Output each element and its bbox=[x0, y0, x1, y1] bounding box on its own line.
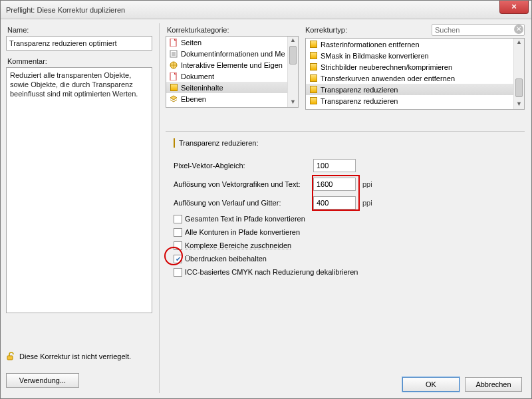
document-icon bbox=[169, 49, 178, 59]
close-button[interactable]: × bbox=[499, 1, 529, 14]
checkbox-label: Gesamten Text in Pfade konvertieren bbox=[185, 215, 305, 223]
list-item-label: Ebenen bbox=[181, 95, 298, 103]
comment-label: Kommentar: bbox=[7, 57, 152, 65]
scrollbar[interactable]: ▲▼ bbox=[513, 39, 524, 109]
list-item[interactable]: Transparenz reduzieren bbox=[306, 84, 524, 95]
titlebar: Preflight: Diese Korrektur duplizieren × bbox=[1, 1, 531, 19]
type-column: Korrekturtyp: ✕ Rasterinformationen entf… bbox=[305, 23, 525, 110]
checkbox-label: Komplexe Bereiche zuschneiden bbox=[185, 241, 291, 249]
cancel-button[interactable]: Abbrechen bbox=[465, 377, 522, 392]
list-item[interactable]: Seiteninhalte bbox=[166, 82, 298, 93]
list-item[interactable]: Strichbilder neuberechnen/komprimieren bbox=[306, 61, 524, 72]
icc-cmyk-checkbox[interactable] bbox=[174, 268, 182, 277]
dialog-body: Name: Kommentar: Reduziert alle transpar… bbox=[1, 19, 531, 398]
fixup-icon bbox=[309, 63, 318, 72]
checkbox-row: Komplexe Bereiche zuschneiden bbox=[174, 239, 521, 252]
list-item[interactable]: Dokument bbox=[166, 70, 298, 82]
fixup-icon bbox=[309, 96, 318, 106]
name-label: Name: bbox=[7, 26, 152, 34]
search-input[interactable] bbox=[432, 24, 525, 36]
unit-label: ppi bbox=[362, 199, 372, 207]
checkbox-label: ICC-basiertes CMYK nach Reduzierung deka… bbox=[185, 268, 358, 276]
list-item-label: Strichbilder neuberechnen/komprimieren bbox=[321, 63, 524, 71]
vertical-separator bbox=[159, 23, 160, 393]
scrollbar[interactable]: ▲▼ bbox=[287, 37, 298, 107]
gradient-res-input[interactable] bbox=[313, 196, 356, 209]
pdf-icon bbox=[169, 38, 178, 47]
layers-icon bbox=[169, 94, 178, 104]
pdf-icon bbox=[169, 72, 178, 81]
list-item-label: Transparenz reduzieren bbox=[321, 86, 524, 94]
list-item-label: Seiteninhalte bbox=[181, 84, 298, 92]
panel-header: Transparenz reduzieren: bbox=[174, 139, 521, 147]
pixel-vector-row: Pixel-Vektor-Abgleich: bbox=[174, 156, 521, 175]
dialog-window: Preflight: Diese Korrektur duplizieren ×… bbox=[0, 0, 532, 399]
panel-title: Transparenz reduzieren: bbox=[179, 139, 258, 147]
scroll-down-icon[interactable]: ▼ bbox=[288, 98, 298, 107]
checkbox-row: Alle Konturen in Pfade konvertieren bbox=[174, 225, 521, 239]
fixup-icon bbox=[309, 74, 318, 83]
checkbox-label: Überdrucken beibehalten bbox=[185, 255, 267, 263]
vector-res-label: Auflösung von Vektorgrafiken und Text: bbox=[174, 180, 313, 188]
list-item-label: Dokumentinformationen und Me bbox=[181, 50, 298, 58]
list-item-label: Transferkurven anwenden oder entfernen bbox=[321, 74, 524, 82]
scroll-thumb[interactable] bbox=[515, 78, 523, 97]
checkbox-row: ICC-basiertes CMYK nach Reduzierung deka… bbox=[174, 265, 521, 279]
settings-panel: Transparenz reduzieren: Pixel-Vektor-Abg… bbox=[174, 139, 521, 279]
scroll-up-icon[interactable]: ▲ bbox=[288, 37, 298, 45]
horizontal-separator bbox=[166, 131, 525, 132]
name-input[interactable] bbox=[6, 36, 152, 51]
scroll-down-icon[interactable]: ▼ bbox=[514, 100, 524, 109]
list-item-label: Dokument bbox=[181, 72, 298, 80]
category-label: Korrekturkategorie: bbox=[167, 26, 299, 34]
fixup-icon bbox=[309, 51, 318, 61]
fixup-icon bbox=[174, 139, 175, 147]
svg-rect-0 bbox=[7, 356, 13, 360]
scroll-up-icon[interactable]: ▲ bbox=[514, 39, 524, 47]
checkbox-row: Gesamten Text in Pfade konvertieren bbox=[174, 212, 521, 225]
list-item[interactable]: Transparenz reduzieren bbox=[306, 95, 524, 106]
fixup-icon bbox=[309, 40, 318, 49]
clear-search-icon[interactable]: ✕ bbox=[514, 25, 523, 34]
type-label: Korrekturtyp: bbox=[305, 26, 347, 34]
comment-textarea[interactable]: Reduziert alle transparenten Objekte, so… bbox=[6, 67, 152, 313]
fixup-icon bbox=[169, 83, 178, 92]
left-column: Name: Kommentar: Reduziert alle transpar… bbox=[6, 23, 152, 393]
vector-res-input[interactable] bbox=[313, 178, 356, 191]
list-item[interactable]: Transferkurven anwenden oder entfernen bbox=[306, 72, 524, 84]
text-to-paths-checkbox[interactable] bbox=[174, 215, 182, 223]
vector-res-row: Auflösung von Vektorgrafiken und Text: p… bbox=[174, 175, 521, 194]
checkbox-row: ✔ Überdrucken beibehalten bbox=[174, 252, 521, 265]
list-item[interactable]: Interaktive Elemente und Eigen bbox=[166, 59, 298, 70]
list-item-label: Rasterinformationen entfernen bbox=[321, 41, 524, 49]
list-item-label: Interaktive Elemente und Eigen bbox=[181, 61, 298, 69]
ok-button[interactable]: OK bbox=[402, 377, 460, 392]
scroll-thumb[interactable] bbox=[289, 46, 297, 65]
list-item[interactable]: Seiten bbox=[166, 37, 298, 48]
list-item[interactable]: SMask in Bildmaske konvertieren bbox=[306, 50, 524, 61]
gradient-res-label: Auflösung von Verlauf und Gitter: bbox=[174, 199, 313, 207]
window-title: Preflight: Diese Korrektur duplizieren bbox=[6, 6, 125, 14]
pixel-vector-label: Pixel-Vektor-Abgleich: bbox=[174, 162, 313, 170]
usage-button[interactable]: Verwendung... bbox=[6, 373, 79, 388]
category-listbox[interactable]: Seiten Dokumentinformationen und Me Inte… bbox=[166, 36, 299, 108]
clip-complex-checkbox[interactable] bbox=[174, 241, 182, 250]
list-item-label: Seiten bbox=[181, 39, 298, 47]
lock-status-row: Diese Korrektur ist nicht verriegelt. bbox=[6, 352, 131, 361]
globe-icon bbox=[169, 61, 178, 70]
list-item[interactable]: Rasterinformationen entfernen bbox=[306, 39, 524, 50]
preserve-overprint-checkbox[interactable]: ✔ bbox=[174, 255, 182, 263]
category-column: Korrekturkategorie: Seiten Dokumentinfor… bbox=[166, 23, 299, 108]
type-listbox[interactable]: Rasterinformationen entfernen SMask in B… bbox=[305, 38, 525, 110]
list-item[interactable]: Ebenen bbox=[166, 93, 298, 104]
list-item[interactable]: Dokumentinformationen und Me bbox=[166, 48, 298, 59]
gradient-res-row: Auflösung von Verlauf und Gitter: ppi bbox=[174, 194, 521, 212]
dialog-button-row: OK Abbrechen bbox=[402, 377, 522, 392]
unit-label: ppi bbox=[362, 180, 372, 188]
unlock-icon bbox=[6, 352, 15, 361]
lock-status-text: Diese Korrektur ist nicht verriegelt. bbox=[19, 352, 131, 360]
strokes-to-paths-checkbox[interactable] bbox=[174, 228, 182, 237]
pixel-vector-input[interactable] bbox=[313, 159, 356, 172]
list-item-label: SMask in Bildmaske konvertieren bbox=[321, 52, 524, 60]
list-item-label: Transparenz reduzieren bbox=[321, 97, 524, 105]
